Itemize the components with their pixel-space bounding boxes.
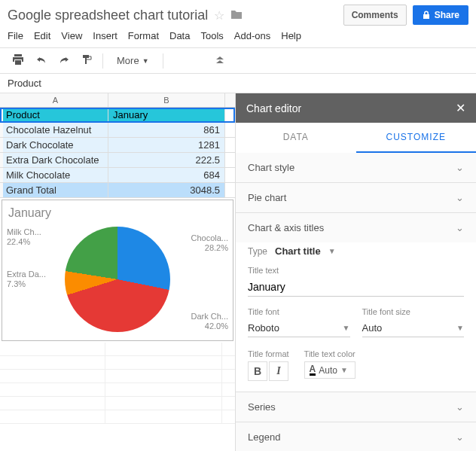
menu-tools[interactable]: Tools xyxy=(200,30,223,41)
menu-file[interactable]: File xyxy=(8,30,23,41)
chevron-down-icon: ▼ xyxy=(142,57,149,65)
chart-title: January xyxy=(5,206,230,220)
chevron-down-icon: ▼ xyxy=(343,324,350,332)
table-row[interactable]: Dark Chocolate1281 xyxy=(0,138,235,153)
section-legend[interactable]: Legend⌄ xyxy=(236,422,476,451)
menu-data[interactable]: Data xyxy=(169,30,190,41)
pie-chart xyxy=(65,227,170,332)
more-button[interactable]: More▼ xyxy=(109,52,157,69)
cell[interactable]: Milk Chocolate xyxy=(3,168,108,182)
chart-editor-panel: Chart editor ✕ DATA CUSTOMIZE Chart styl… xyxy=(235,93,476,451)
cell[interactable]: 1281 xyxy=(108,138,225,152)
type-select[interactable]: Chart title xyxy=(275,245,321,257)
title-size-label: Title font size xyxy=(362,307,465,316)
chevron-down-icon: ⌄ xyxy=(456,431,464,443)
toolbar: More▼ xyxy=(0,47,476,74)
lock-icon xyxy=(422,11,431,20)
section-series[interactable]: Series⌄ xyxy=(236,392,476,422)
type-label: Type xyxy=(248,246,267,257)
title-font-select[interactable]: Roboto▼ xyxy=(248,319,350,337)
cell[interactable]: Dark Chocolate xyxy=(3,138,108,152)
empty-row[interactable] xyxy=(0,397,235,410)
chevron-down-icon: ▼ xyxy=(328,247,336,255)
chevron-down-icon: ⌄ xyxy=(456,401,464,413)
empty-row[interactable] xyxy=(0,343,235,356)
menu-format[interactable]: Format xyxy=(128,30,159,41)
table-row[interactable]: Chocolate Hazelnut861 xyxy=(0,123,235,138)
table-row[interactable]: Milk Chocolate684 xyxy=(0,168,235,183)
title-color-select[interactable]: AAuto▼ xyxy=(304,361,355,379)
title-text-label: Title text xyxy=(248,266,464,275)
italic-button[interactable]: I xyxy=(269,361,288,381)
table-row[interactable]: Extra Dark Chocolate222.5 xyxy=(0,153,235,168)
embedded-chart[interactable]: January Milk Ch...22.4% Extra Da...7.3% … xyxy=(2,200,233,341)
cell[interactable]: Product xyxy=(3,108,108,122)
bold-button[interactable]: B xyxy=(248,361,267,381)
title-font-label: Title font xyxy=(248,307,350,316)
separator xyxy=(102,53,103,69)
chevron-down-icon: ⌄ xyxy=(456,222,464,233)
col-header-b[interactable]: B xyxy=(108,93,225,107)
print-icon[interactable] xyxy=(8,51,29,70)
undo-icon[interactable] xyxy=(32,52,51,70)
close-icon[interactable]: ✕ xyxy=(456,101,465,115)
menu-edit[interactable]: Edit xyxy=(34,30,50,41)
star-icon[interactable]: ☆ xyxy=(214,8,224,23)
cell[interactable]: Chocolate Hazelnut xyxy=(3,123,108,137)
menu-insert[interactable]: Insert xyxy=(93,30,117,41)
cell[interactable]: 861 xyxy=(108,123,225,137)
cell[interactable]: January xyxy=(108,108,225,122)
collapse-icon[interactable] xyxy=(215,54,225,67)
table-header-row[interactable]: Product January xyxy=(0,108,235,123)
cell[interactable]: Grand Total xyxy=(3,183,108,197)
empty-row[interactable] xyxy=(0,370,235,383)
col-header-a[interactable]: A xyxy=(3,93,108,107)
name-box[interactable]: Product xyxy=(0,74,476,93)
cell[interactable]: Extra Dark Chocolate xyxy=(3,153,108,167)
redo-icon[interactable] xyxy=(54,52,74,70)
pie-label-dark: Dark Ch...42.0% xyxy=(191,312,228,331)
table-total-row[interactable]: Grand Total3048.5 xyxy=(0,183,235,198)
pie-label-milk: Milk Ch...22.4% xyxy=(7,227,41,247)
empty-row[interactable] xyxy=(0,383,235,397)
tab-data[interactable]: DATA xyxy=(236,123,356,153)
chevron-down-icon: ⌄ xyxy=(456,192,464,203)
doc-title[interactable]: Google spreadsheet chart tutorial xyxy=(8,8,208,23)
chevron-down-icon: ▼ xyxy=(456,324,464,332)
share-button[interactable]: Share xyxy=(413,5,468,25)
title-size-select[interactable]: Auto▼ xyxy=(362,319,465,337)
empty-row[interactable] xyxy=(0,410,235,424)
empty-row[interactable] xyxy=(0,356,235,370)
chevron-down-icon: ▼ xyxy=(340,366,348,374)
editor-title: Chart editor xyxy=(246,102,301,114)
pie-label-extra: Extra Da...7.3% xyxy=(7,270,46,289)
title-color-label: Title text color xyxy=(304,349,355,358)
chevron-down-icon: ⌄ xyxy=(456,162,464,173)
section-pie-chart[interactable]: Pie chart⌄ xyxy=(236,183,476,212)
menu-help[interactable]: Help xyxy=(281,30,301,41)
paint-format-icon[interactable] xyxy=(77,51,96,70)
menu-addons[interactable]: Add-ons xyxy=(234,30,270,41)
folder-icon[interactable] xyxy=(230,9,243,22)
comments-button[interactable]: Comments xyxy=(343,5,407,26)
cell[interactable]: 684 xyxy=(108,168,225,182)
separator xyxy=(163,53,163,69)
section-chart-style[interactable]: Chart style⌄ xyxy=(236,153,476,182)
section-axis-titles[interactable]: Chart & axis titles⌄ xyxy=(236,213,476,242)
tab-customize[interactable]: CUSTOMIZE xyxy=(356,123,477,153)
cell[interactable]: 3048.5 xyxy=(108,183,225,197)
title-format-label: Title format xyxy=(248,349,289,358)
title-text-input[interactable] xyxy=(248,278,464,297)
pie-label-choc: Chocola...28.2% xyxy=(191,233,228,253)
menu-view[interactable]: View xyxy=(61,30,82,41)
menubar: File Edit View Insert Format Data Tools … xyxy=(8,26,468,47)
spreadsheet[interactable]: A B Product January Chocolate Hazelnut86… xyxy=(0,93,235,451)
cell[interactable]: 222.5 xyxy=(108,153,225,167)
